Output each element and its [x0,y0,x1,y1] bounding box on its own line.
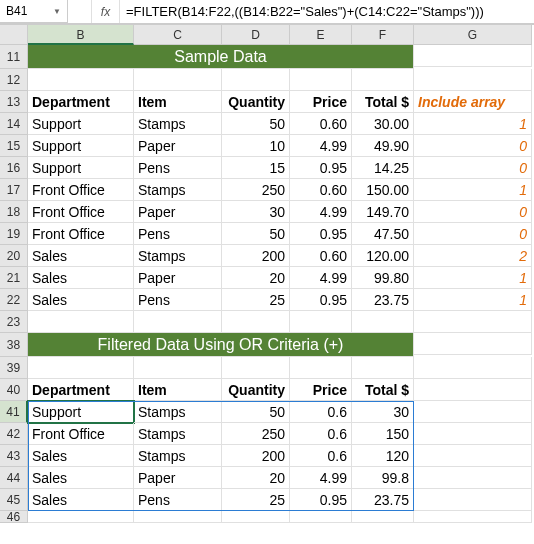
cell[interactable] [414,357,532,379]
cell-price[interactable]: 4.99 [290,135,352,157]
cell[interactable] [414,445,532,467]
cell-item[interactable]: Stamps [134,445,222,467]
cell-item[interactable]: Paper [134,201,222,223]
cell-include[interactable]: 0 x [414,135,532,157]
cell[interactable] [414,401,532,423]
cell-dep[interactable]: Support [28,135,134,157]
cell[interactable] [414,467,532,489]
cell[interactable] [134,511,222,523]
cell-price[interactable]: 0.95 [290,157,352,179]
cell[interactable] [290,357,352,379]
cell-item[interactable]: Pens [134,489,222,511]
cell-total[interactable]: 120 [352,445,414,467]
spreadsheet-grid[interactable]: B C D E F G 11 Sample Data 12 13 Departm… [0,24,534,523]
cell[interactable] [222,311,290,333]
row-header[interactable]: 20 [0,245,28,267]
header-price[interactable]: Price [290,91,352,113]
cell[interactable] [414,333,532,355]
cell[interactable] [134,357,222,379]
cell[interactable] [414,45,532,67]
cell[interactable] [414,379,532,401]
header-total[interactable]: Total $ [352,379,414,401]
cell[interactable] [222,357,290,379]
col-header-C[interactable]: C [134,25,222,45]
cell[interactable] [28,511,134,523]
cell-include[interactable]: 0 x [414,157,532,179]
cell-qty[interactable]: 200 [222,445,290,467]
cell[interactable] [352,357,414,379]
cell-include[interactable]: 1 [414,179,532,201]
cell-item[interactable]: Pens [134,289,222,311]
cell-price[interactable]: 0.6 [290,423,352,445]
cell-total[interactable]: 30.00 [352,113,414,135]
row-header[interactable]: 22 [0,289,28,311]
cell-price[interactable]: 4.99 [290,201,352,223]
cell[interactable] [414,311,532,333]
cell-dep[interactable]: Sales [28,289,134,311]
cell-qty[interactable]: 10 [222,135,290,157]
cell[interactable] [222,69,290,91]
cell-item[interactable]: Stamps [134,245,222,267]
cell-price[interactable]: 0.60 [290,113,352,135]
cell[interactable] [414,69,532,91]
cell-total[interactable]: 14.25 [352,157,414,179]
cell[interactable] [28,357,134,379]
cell-item[interactable]: Stamps [134,423,222,445]
row-header[interactable]: 15 [0,135,28,157]
cell[interactable] [352,311,414,333]
cell-price[interactable]: 0.6 [290,401,352,423]
cell-qty[interactable]: 30 [222,201,290,223]
fx-icon[interactable]: fx [92,0,120,23]
cell-include[interactable]: 0 x [414,201,532,223]
cell-qty[interactable]: 50 [222,223,290,245]
cell-dep[interactable]: Support [28,113,134,135]
cell[interactable] [290,311,352,333]
cell-qty[interactable]: 25 [222,289,290,311]
row-header[interactable]: 13 [0,91,28,113]
header-quantity[interactable]: Quantity [222,379,290,401]
cell[interactable] [28,311,134,333]
cell[interactable] [414,511,532,523]
cell-total[interactable]: 149.70 [352,201,414,223]
cell-price[interactable]: 0.6 [290,445,352,467]
row-header[interactable]: 45 [0,489,28,511]
row-header[interactable]: 44 [0,467,28,489]
cell-qty[interactable]: 50 [222,401,290,423]
cell-include[interactable]: 1 [414,113,532,135]
row-header[interactable]: 11 [0,45,28,69]
cell-qty[interactable]: 200 [222,245,290,267]
cell-item[interactable]: Stamps [134,401,222,423]
formula-input[interactable]: =FILTER(B14:F22,((B14:B22="Sales")+(C14:… [120,0,534,23]
cell-total[interactable]: 47.50 [352,223,414,245]
cell[interactable] [290,69,352,91]
row-header[interactable]: 21 [0,267,28,289]
select-all-corner[interactable] [0,25,28,45]
cell[interactable] [28,69,134,91]
cell-price[interactable]: 0.60 [290,179,352,201]
cell-price[interactable]: 0.95 [290,289,352,311]
chevron-down-icon[interactable]: ▼ [53,7,61,16]
col-header-F[interactable]: F [352,25,414,45]
cell-qty[interactable]: 250 [222,423,290,445]
cell[interactable] [352,69,414,91]
cell-include[interactable]: 2 [414,245,532,267]
header-include[interactable]: Include array [414,91,532,113]
cell-item[interactable]: Pens [134,223,222,245]
header-department[interactable]: Department [28,379,134,401]
header-quantity[interactable]: Quantity [222,91,290,113]
cell[interactable] [134,311,222,333]
cell-total[interactable]: 23.75 [352,289,414,311]
cell-dep[interactable]: Front Office [28,179,134,201]
header-price[interactable]: Price [290,379,352,401]
row-header[interactable]: 38 [0,333,28,357]
cell-qty[interactable]: 50 [222,113,290,135]
cell-total[interactable]: 99.80 [352,267,414,289]
cell-dep[interactable]: Support [28,401,134,423]
col-header-D[interactable]: D [222,25,290,45]
cell-qty[interactable]: 20 [222,467,290,489]
cell-item[interactable]: Stamps [134,179,222,201]
name-box[interactable]: B41 ▼ [0,0,68,23]
cell-total[interactable]: 30 [352,401,414,423]
cell-qty[interactable]: 250 [222,179,290,201]
row-header[interactable]: 23 [0,311,28,333]
